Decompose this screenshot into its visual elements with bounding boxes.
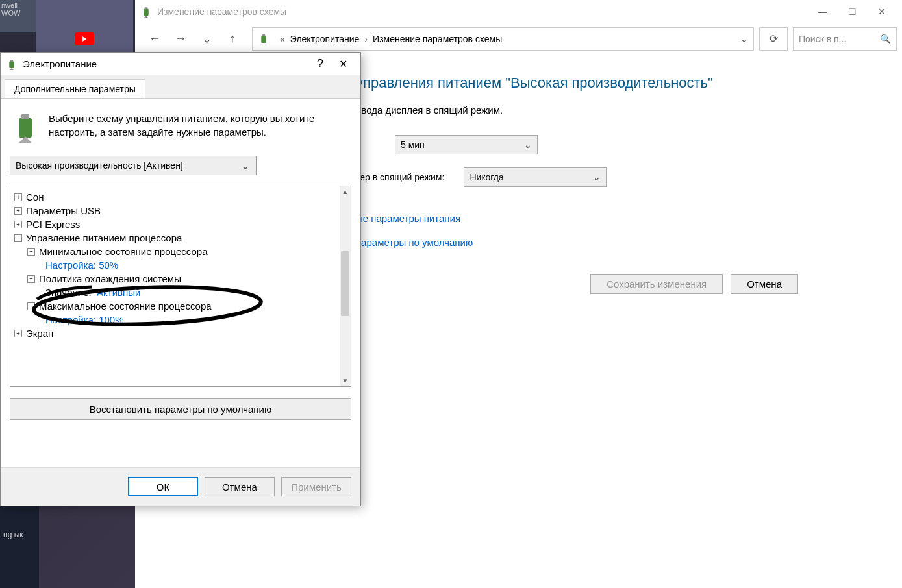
nav-back-button[interactable]: ← <box>147 31 162 47</box>
scroll-down-icon[interactable]: ▼ <box>340 375 351 386</box>
tree-item-pci[interactable]: +PCI Express <box>13 217 336 231</box>
scrollbar[interactable]: ▲ ▼ <box>340 186 351 386</box>
dialog-description: Выберите схему управления питанием, кото… <box>49 112 351 143</box>
svg-rect-2 <box>261 36 266 43</box>
cancel-button[interactable]: Отмена <box>205 477 275 496</box>
settings-tree: +Сон +Параметры USB +PCI Express −Управл… <box>10 186 351 387</box>
desktop-shortcut-3-label: ng ык <box>3 530 23 539</box>
desktop-shortcut-1[interactable]: nwell WOW <box>0 0 36 32</box>
sleep-dropdown[interactable]: Никогда <box>464 167 607 187</box>
breadcrumb-seg-1[interactable]: Электропитание <box>290 34 360 44</box>
display-off-value: 5 мин <box>401 140 425 150</box>
tree-value: Настройка: 50% <box>45 260 118 271</box>
tree-item-sleep[interactable]: +Сон <box>13 190 336 204</box>
tree-label: Политика охлаждения системы <box>39 273 181 284</box>
battery-icon <box>10 112 41 143</box>
desktop-shortcut-youtube[interactable]: YouTu <box>36 0 133 58</box>
dialog-footer: ОК Отмена Применить <box>1 467 360 506</box>
tree-item-cpu-max[interactable]: −Максимальное состояние процессора <box>13 299 336 313</box>
cancel-button[interactable]: Отмена <box>731 274 798 294</box>
collapse-icon[interactable]: − <box>27 302 35 310</box>
restore-defaults-button[interactable]: Восстановить параметры по умолчанию <box>10 398 351 420</box>
nav-forward-button[interactable]: → <box>173 31 188 47</box>
chevron-down-icon[interactable]: ⌄ <box>740 34 748 44</box>
tree-value: Активный <box>97 287 140 298</box>
tab-advanced[interactable]: Дополнительные параметры <box>5 79 145 98</box>
restore-defaults-link[interactable]: параметры по умолчанию <box>356 237 876 248</box>
dialog-close-button[interactable]: ✕ <box>331 58 355 70</box>
tree-label: Параметры USB <box>26 205 101 216</box>
tree-item-cooling-val[interactable]: Значение: Активный <box>13 286 336 299</box>
svg-rect-4 <box>9 61 14 68</box>
nav-recent-button[interactable]: ⌄ <box>199 31 214 47</box>
chevron-right-icon: › <box>364 34 368 44</box>
expand-icon[interactable]: + <box>14 193 22 201</box>
ok-button[interactable]: ОК <box>128 477 198 496</box>
breadcrumb-seg-2[interactable]: Изменение параметров схемы <box>373 34 502 44</box>
tree-item-cooling[interactable]: −Политика охлаждения системы <box>13 272 336 286</box>
nav-up-button[interactable]: ↑ <box>225 31 240 47</box>
svg-rect-6 <box>19 118 32 138</box>
power-icon <box>258 33 269 45</box>
dialog-body: Выберите схему управления питанием, кото… <box>1 98 360 480</box>
tree-label: Максимальное состояние процессора <box>39 300 212 312</box>
expand-icon[interactable]: + <box>14 221 22 228</box>
tree-label: PCI Express <box>26 219 80 230</box>
help-button[interactable]: ? <box>309 57 331 71</box>
tree-item-cpu[interactable]: −Управление питанием процессора <box>13 231 336 245</box>
expand-icon[interactable]: + <box>14 330 22 337</box>
breadcrumb[interactable]: « Электропитание › Изменение параметров … <box>252 27 754 51</box>
refresh-button[interactable]: ⟳ <box>759 27 788 51</box>
dialog-title: Электропитание <box>23 58 97 69</box>
tree-item-cpu-min[interactable]: −Минимальное состояние процессора <box>13 245 336 258</box>
search-input[interactable]: Поиск в п... 🔍 <box>793 27 897 51</box>
tree-item-usb[interactable]: +Параметры USB <box>13 204 336 217</box>
tree-label: Управление питанием процессора <box>26 232 182 243</box>
youtube-icon <box>75 32 94 45</box>
main-window-title: Изменение параметров схемы <box>157 6 286 17</box>
tree-label: Экран <box>26 328 53 339</box>
close-button[interactable]: ✕ <box>867 2 897 21</box>
scroll-up-icon[interactable]: ▲ <box>340 186 351 197</box>
nav-bar: ← → ⌄ ↑ « Электропитание › Изменение пар… <box>135 23 902 55</box>
dialog-titlebar: Электропитание ? ✕ <box>1 53 360 75</box>
search-icon: 🔍 <box>880 34 891 44</box>
scroll-thumb[interactable] <box>341 251 349 316</box>
power-plan-dropdown[interactable]: Высокая производительность [Активен] <box>10 156 257 175</box>
search-placeholder: Поиск в п... <box>799 34 846 44</box>
display-off-dropdown[interactable]: 5 мин <box>395 135 538 154</box>
svg-rect-1 <box>145 7 148 9</box>
breadcrumb-prefix: « <box>280 34 285 44</box>
collapse-icon[interactable]: − <box>14 234 22 242</box>
tree-value: Настройка: 100% <box>45 314 124 325</box>
expand-icon[interactable]: + <box>14 207 22 215</box>
svg-rect-7 <box>21 114 29 119</box>
desktop-shortcut-3[interactable]: ng ык <box>0 497 39 588</box>
tree-item-cpu-min-val[interactable]: Настройка: 50% <box>13 258 336 272</box>
svg-rect-0 <box>144 8 149 16</box>
page-title: управления питанием "Высокая производите… <box>356 75 876 92</box>
power-plan-value: Высокая производительность [Активен] <box>16 160 183 171</box>
power-icon <box>140 6 152 18</box>
page-subtitle: евода дисплея в спящий режим. <box>356 104 876 116</box>
advanced-power-link[interactable]: ые параметры питания <box>356 213 876 224</box>
tree-key: Значение: <box>45 287 92 298</box>
dialog-tabs: Дополнительные параметры <box>1 75 360 98</box>
power-options-dialog: Электропитание ? ✕ Дополнительные параме… <box>0 52 361 506</box>
power-icon <box>6 58 18 70</box>
save-button[interactable]: Сохранить изменения <box>590 274 723 294</box>
collapse-icon[interactable]: − <box>27 248 35 256</box>
collapse-icon[interactable]: − <box>27 275 35 283</box>
maximize-button[interactable]: ☐ <box>837 2 867 21</box>
main-titlebar: Изменение параметров схемы — ☐ ✕ <box>135 0 902 23</box>
minimize-button[interactable]: — <box>807 2 837 21</box>
tree-item-cpu-max-val[interactable]: Настройка: 100% <box>13 313 336 326</box>
sleep-value: Никогда <box>470 172 503 182</box>
svg-rect-5 <box>10 60 14 62</box>
tree-label: Минимальное состояние процессора <box>39 246 208 257</box>
sleep-label: тер в спящий режим: <box>356 172 444 182</box>
tree-item-display[interactable]: +Экран <box>13 326 336 340</box>
apply-button[interactable]: Применить <box>281 477 351 496</box>
svg-rect-3 <box>262 34 266 36</box>
tree-label: Сон <box>26 191 44 202</box>
